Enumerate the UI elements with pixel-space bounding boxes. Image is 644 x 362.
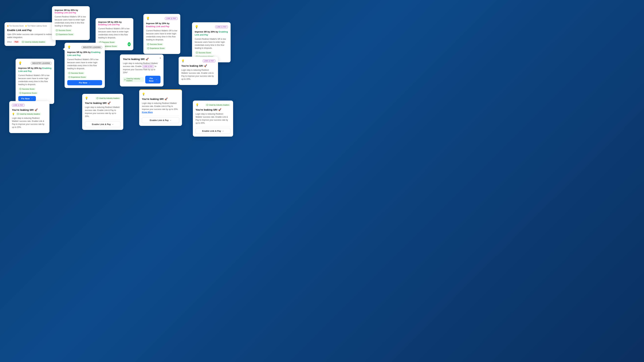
card-improve-sr-link-pay-far-right: 💡 LINK & PAY Improve SR by 20% by Enabli… [192,22,230,62]
score-experience-7: Experience Score [67,76,87,78]
enable-link-pay-button-12[interactable]: Enable Link & Pay → [142,117,179,123]
txn-success-tag: Txn Success Score [7,25,24,27]
txn-success-label: Txn Success Score [9,25,24,27]
card1-title: Enable Link and Pay [7,28,53,32]
card-industry-leading-left: 💡 INDUSTRY-LEADING Improve SR by 20% by … [16,59,54,104]
card-improve-sr-top-left: Improve SR by 20% by Enabling Link and P… [52,6,90,40]
bulb-icon-5: 💡 [195,25,198,29]
card-industry-leading-center: 💡 INDUSTRY-LEADING Improve SR by 20% by … [64,43,105,88]
effort-value: High [14,40,20,43]
close-button-8[interactable]: × [159,56,161,60]
bulb-icon-9: 💡 [181,59,185,62]
enable-link-pay-button-11[interactable]: Enable Link & Pay → [85,121,120,127]
card-leaking-sr-orange-border: 💡 You're leaking SR! 🚀 Login step is red… [139,89,182,126]
card-leaking-sr-modal: × You're leaking SR! 🚀 Login step is red… [120,54,164,86]
card13-title: You're leaking SR! 🚀 [196,108,230,111]
inline-link-pay-badge-8: LINK & PAY [142,65,154,68]
improve-pre-6: Improve SR by 20% by [18,67,42,69]
score-success-2: Success Score [55,29,72,32]
txn-failure-label: Txn Failure Latency Score [27,25,47,27]
score-success-5: Success Score [195,51,212,54]
industry-tag-8: Used by industry leaders [123,77,144,82]
card6-desc: Current Redirect Wallet's SR is low beca… [18,74,52,86]
dot-yellow-icon [25,25,27,27]
bulb-icon-4: 💡 [146,16,150,20]
bulb-icon-11: 💡 [85,96,88,100]
bulb-icon-6: 💡 [18,61,22,65]
card7-desc: Current Redirect Wallet's SR is low beca… [67,58,102,70]
card8-desc: Login step is reducing Redirect Wallets'… [123,62,160,74]
improve-highlight-4: Enabling Link and Pay [146,25,170,28]
improve-pre-5: Improve SR by 20% by [195,30,218,33]
card12-desc: Login step is reducing Redirect Wallets'… [142,102,179,114]
add-button-3[interactable]: + [128,42,131,46]
card-enable-link-pay-txn: Txn Success Score Txn Failure Latency Sc… [4,22,56,46]
link-pay-badge-9: LINK & PAY [202,59,215,62]
card2-desc: Current Redirect Wallet's SR is low beca… [55,15,87,27]
improve-pre-4: Improve SR by 20% by [146,22,170,25]
score-success-7: Success Score [67,72,84,74]
card8-title: You're leaking SR! 🚀 [123,57,160,61]
card3-desc: Current Redirect Wallet's SR is low beca… [98,27,131,39]
bulb-icon-12: 💡 [142,92,145,96]
card-improve-sr-link-pay-right: 💡 LINK & PAY Improve SR by 20% by Enabli… [144,14,180,54]
card-leaking-sr-bottom-right: 💡 Used by industry leaders You're leakin… [193,100,233,137]
bulb-icon-13: 💡 [196,103,199,106]
score-success-6: Success Score [18,88,36,90]
link-pay-badge-10: LINK & PAY [12,104,25,107]
industry-tag-13: Used by industry leaders [205,104,230,106]
industry-tag-10: Used by industry leaders [16,113,41,115]
txn-failure-tag: Txn Failure Latency Score [25,25,47,27]
know-more-link[interactable]: Know More [142,111,153,113]
dot-orange-icon [7,25,8,27]
card-leaking-sr-link-pay-bottom-left: LINK & PAY You're leaking SR! 🚀 💡 Used b… [9,101,50,133]
fix-now-button-6[interactable]: Fix Now → [18,96,36,101]
card10-title: You're leaking SR! 🚀 [12,108,47,112]
score-experience-2: Experience Score [55,33,74,36]
industry-leaders-tag: Used by industry leaders [21,40,46,43]
improve-pre-3: Improve SR by 20% by [98,21,122,23]
card9-desc: Login step is reducing Redirect Wallets'… [181,68,215,81]
fix-now-button-7[interactable]: Fix Now → [67,80,102,85]
enable-link-pay-button-13[interactable]: Enable Link & Pay → [196,128,230,134]
card10-desc: Login step is reducing Redirect Wallets'… [12,117,47,129]
improve-pre-2: Improve SR by 20% by [55,9,78,11]
improve-pre-7: Improve SR by 20% by [67,51,90,53]
improve-highlight-2: Enabling Link and Pay [55,11,76,14]
bulb-icon-7: 💡 [67,45,71,49]
card1-desc: Upto 20% better success rate compared to… [7,33,53,39]
card-leaking-sr-enable-center: 💡 Used by industry leaders You're leakin… [82,94,123,130]
card9-title: You're leaking SR! 🚀 [181,64,215,67]
link-pay-badge-5: LINK & PAY [215,25,228,28]
industry-tag-11: Used by industry leaders [95,97,120,99]
card12-title: You're leaking SR! 🚀 [142,97,179,101]
card11-title: You're leaking SR! 🚀 [85,101,120,105]
score-success-4: Success Score [146,43,163,45]
card4-desc: Current Redirect Wallet's SR is low beca… [146,29,178,41]
score-experience-6: Experience Score [18,92,38,94]
industry-badge-6: INDUSTRY-LEADING [31,62,52,65]
bulb-icon-10: 💡 [12,113,15,115]
industry-badge-7: INDUSTRY-LEADING [82,46,102,49]
effort-label: Effort: [7,41,12,43]
card11-desc: Login step is reducing Redirect Wallets'… [85,106,120,118]
fix-now-button-8[interactable]: Fix Now → [145,76,161,83]
card5-desc: Current Redirect Wallet's SR is low beca… [195,37,228,50]
link-pay-badge-4: LINK & PAY [165,17,178,20]
score-experience-4: Experience Score [146,47,166,50]
card-leaking-sr-link-pay-right: 💡 LINK & PAY You're leaking SR! 🚀 Login … [178,57,218,85]
improve-highlight-3: Enabling Link and Pay [98,23,120,26]
card13-desc: Login step is reducing Redirect Wallets'… [196,112,230,124]
